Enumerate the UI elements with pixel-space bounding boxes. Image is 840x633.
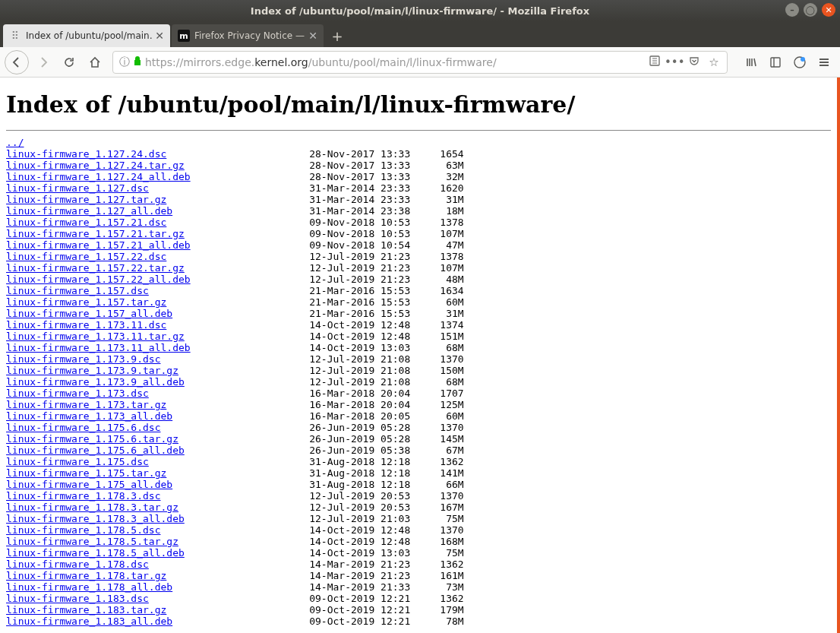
file-link[interactable]: linux-firmware_1.175_all.deb [6, 479, 172, 490]
nav-toolbar: ⓘ https://mirrors.edge.kernel.org/ubuntu… [0, 47, 840, 78]
window-controls: – ◯ ✕ [785, 3, 835, 17]
file-link[interactable]: linux-firmware_1.178.tar.gz [6, 570, 166, 581]
file-link[interactable]: linux-firmware_1.178.3.tar.gz [6, 502, 178, 513]
file-link[interactable]: linux-firmware_1.173.tar.gz [6, 399, 166, 410]
page-actions-button[interactable]: ••• [665, 55, 684, 69]
file-link[interactable]: linux-firmware_1.183_all.deb [6, 616, 172, 627]
file-link[interactable]: linux-firmware_1.173.9_all.deb [6, 376, 185, 388]
site-identity[interactable]: ⓘ [116, 55, 145, 69]
page-title: Index of /ubuntu/pool/main/l/linux-firmw… [6, 91, 831, 118]
tab-label: Index of /ubuntu/pool/main… [26, 30, 152, 41]
info-icon: ⓘ [119, 55, 130, 69]
file-link[interactable]: linux-firmware_1.173.11.tar.gz [6, 331, 185, 342]
tab-strip: Index of /ubuntu/pool/main… ✕ m Firefox … [0, 21, 840, 47]
hamburger-menu-button[interactable] [813, 51, 835, 74]
url-bar[interactable]: ⓘ https://mirrors.edge.kernel.org/ubuntu… [112, 51, 728, 74]
back-button[interactable] [5, 50, 29, 74]
tab-close-icon[interactable]: ✕ [155, 30, 164, 42]
file-link[interactable]: linux-firmware_1.183.tar.gz [6, 604, 166, 616]
reload-icon [63, 56, 75, 68]
file-link[interactable]: linux-firmware_1.127.dsc [6, 182, 149, 194]
maximize-button[interactable]: ◯ [804, 3, 817, 17]
reader-mode-button[interactable] [645, 55, 665, 69]
file-link[interactable]: linux-firmware_1.178.5.dsc [6, 524, 161, 536]
file-link[interactable]: linux-firmware_1.178_all.deb [6, 581, 172, 593]
tab-active[interactable]: Index of /ubuntu/pool/main… ✕ [3, 24, 170, 47]
file-link[interactable]: linux-firmware_1.175.6_all.deb [6, 445, 185, 456]
file-link[interactable]: linux-firmware_1.157.21.dsc [6, 217, 166, 228]
file-link[interactable]: linux-firmware_1.178.3.dsc [6, 490, 161, 502]
file-link[interactable]: linux-firmware_1.157.21_all.deb [6, 239, 191, 251]
file-link[interactable]: linux-firmware_1.157.22.tar.gz [6, 262, 185, 274]
pocket-icon [689, 55, 699, 66]
file-link[interactable]: linux-firmware_1.183.dsc [6, 593, 149, 604]
pocket-button[interactable] [684, 55, 704, 69]
file-link[interactable]: linux-firmware_1.127_all.deb [6, 205, 172, 217]
divider [6, 130, 831, 131]
tab-label: Firefox Privacy Notice — [194, 30, 305, 41]
toolbar-right [740, 51, 835, 74]
file-link[interactable]: linux-firmware_1.178.dsc [6, 559, 149, 570]
sidebar-button[interactable] [764, 51, 787, 74]
file-link[interactable]: linux-firmware_1.127.24_all.deb [6, 171, 191, 182]
directory-listing: ../ linux-firmware_1.127.24.dsc 28-Nov-2… [6, 137, 831, 627]
file-link[interactable]: linux-firmware_1.173_all.deb [6, 410, 172, 422]
file-link[interactable]: linux-firmware_1.173.dsc [6, 388, 149, 399]
file-link[interactable]: linux-firmware_1.175.6.dsc [6, 422, 161, 433]
window-title: Index of /ubuntu/pool/main/l/linux-firmw… [251, 5, 589, 17]
lock-icon [133, 55, 142, 68]
arrow-left-icon [11, 56, 23, 68]
file-link[interactable]: linux-firmware_1.127.tar.gz [6, 194, 166, 205]
file-link[interactable]: linux-firmware_1.175.dsc [6, 456, 149, 467]
forward-button[interactable] [32, 51, 55, 74]
file-link[interactable]: linux-firmware_1.175.tar.gz [6, 467, 166, 479]
profile-icon [793, 55, 807, 69]
file-link[interactable]: linux-firmware_1.157.tar.gz [6, 296, 166, 308]
file-link[interactable]: linux-firmware_1.157.22_all.deb [6, 274, 191, 285]
file-link[interactable]: linux-firmware_1.175.6.tar.gz [6, 433, 178, 445]
file-link[interactable]: linux-firmware_1.178.3_all.deb [6, 513, 185, 524]
title-bar: Index of /ubuntu/pool/main/l/linux-firmw… [0, 0, 840, 21]
file-link[interactable]: linux-firmware_1.157_all.deb [6, 308, 172, 319]
file-link[interactable]: linux-firmware_1.178.5.tar.gz [6, 536, 178, 547]
close-window-button[interactable]: ✕ [822, 3, 835, 17]
url-text: https://mirrors.edge.kernel.org/ubuntu/p… [145, 56, 645, 68]
file-link[interactable]: linux-firmware_1.173.9.dsc [6, 353, 161, 365]
page: Index of /ubuntu/pool/main/l/linux-firmw… [0, 78, 837, 633]
menu-icon [818, 56, 830, 68]
file-link[interactable]: linux-firmware_1.157.22.dsc [6, 251, 166, 262]
file-link[interactable]: linux-firmware_1.127.24.dsc [6, 148, 166, 160]
library-button[interactable] [740, 51, 763, 74]
file-link[interactable]: linux-firmware_1.173.11_all.deb [6, 342, 191, 353]
svg-point-7 [801, 57, 805, 62]
sidebar-icon [769, 56, 782, 68]
bookmark-button[interactable]: ☆ [704, 55, 724, 69]
home-icon [89, 56, 101, 68]
parent-dir-link[interactable]: ../ [6, 137, 24, 148]
library-icon [745, 56, 757, 68]
file-link[interactable]: linux-firmware_1.157.dsc [6, 285, 149, 296]
page-favicon-icon [9, 30, 21, 42]
new-tab-button[interactable]: + [325, 24, 349, 47]
moz-favicon-icon: m [178, 30, 190, 42]
file-link[interactable]: linux-firmware_1.173.9.tar.gz [6, 365, 178, 376]
reload-button[interactable] [58, 51, 81, 74]
file-link[interactable]: linux-firmware_1.127.24.tar.gz [6, 160, 185, 171]
reader-icon [649, 55, 660, 66]
home-button[interactable] [84, 51, 106, 74]
profile-button[interactable] [788, 51, 811, 74]
tab-close-icon[interactable]: ✕ [308, 30, 317, 42]
svg-rect-4 [771, 58, 780, 67]
content-area: Index of /ubuntu/pool/main/l/linux-firmw… [0, 78, 840, 633]
arrow-right-icon [37, 56, 49, 68]
file-link[interactable]: linux-firmware_1.178.5_all.deb [6, 547, 185, 559]
tab-inactive[interactable]: m Firefox Privacy Notice — ✕ [172, 24, 324, 47]
file-link[interactable]: linux-firmware_1.173.11.dsc [6, 319, 166, 331]
file-link[interactable]: linux-firmware_1.157.21.tar.gz [6, 228, 185, 239]
minimize-button[interactable]: – [785, 3, 799, 17]
